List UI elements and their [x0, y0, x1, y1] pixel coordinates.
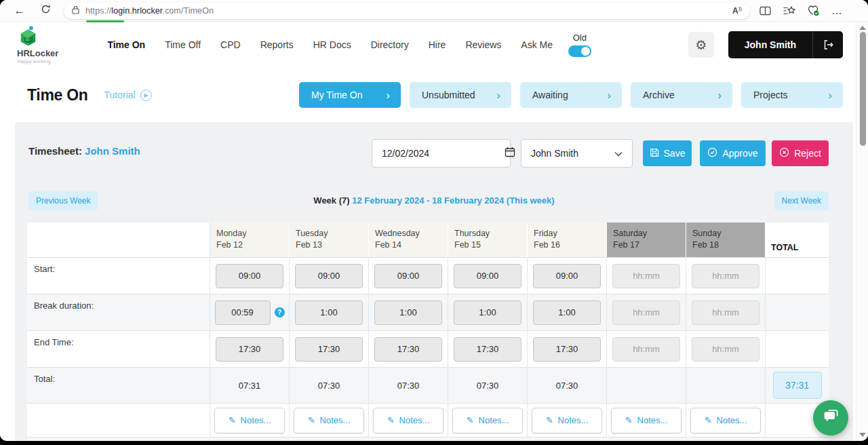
start-input-thursday[interactable] [454, 264, 521, 288]
start-input-tuesday[interactable] [295, 264, 363, 288]
day-header-wednesday: WednesdayFeb 14 [369, 222, 448, 257]
browser-back-icon[interactable]: ← [12, 4, 27, 18]
cell-break-tuesday [290, 294, 369, 330]
cell-total-friday: 07:30 [528, 368, 607, 403]
day-date: Feb 12 [216, 239, 243, 251]
scrollbar-down-arrow[interactable] [859, 433, 866, 437]
logo-cube-icon [17, 26, 39, 47]
scrollbar-thumb[interactable] [860, 32, 866, 146]
nav-item-hr-docs[interactable]: HR Docs [313, 39, 351, 50]
tab-unsubmitted[interactable]: Unsubmitted› [410, 82, 511, 108]
start-input-sunday[interactable] [692, 264, 760, 288]
nav-item-time-on[interactable]: Time On [107, 39, 145, 50]
nav-item-directory[interactable]: Directory [371, 39, 409, 50]
notes-button-tuesday[interactable]: ✎Notes... [294, 408, 364, 433]
nav-item-time-off[interactable]: Time Off [165, 39, 201, 50]
start-input-wednesday[interactable] [374, 264, 442, 288]
user-menu-button[interactable]: John Smith [728, 31, 843, 58]
pencil-icon: ✎ [705, 415, 712, 425]
date-picker[interactable] [372, 139, 511, 168]
table-header-row: MondayFeb 12TuesdayFeb 13WednesdayFeb 14… [27, 222, 829, 258]
settings-button[interactable]: ⚙ [688, 32, 714, 58]
break-input-thursday[interactable] [454, 301, 521, 325]
old-toggle-group: Old [568, 33, 591, 57]
tab-archive[interactable]: Archive› [631, 82, 732, 108]
break-input-friday[interactable] [533, 301, 601, 325]
notes-button-wednesday[interactable]: ✎Notes... [373, 408, 443, 433]
notes-button-sunday[interactable]: ✎Notes... [690, 408, 761, 433]
more-menu-icon[interactable]: … [831, 5, 846, 17]
total-header-cell: TOTAL [766, 222, 829, 257]
break-input-sunday[interactable] [692, 301, 760, 325]
total-value-friday: 07:30 [556, 381, 578, 391]
cell-break-wednesday [369, 294, 448, 330]
end-input-monday[interactable] [216, 337, 283, 362]
save-button[interactable]: Save [643, 140, 692, 166]
read-aloud-icon[interactable]: A)) [732, 5, 742, 16]
logout-icon[interactable] [813, 31, 843, 58]
break-input-monday[interactable] [215, 301, 271, 325]
start-input-monday[interactable] [216, 264, 283, 288]
end-input-saturday[interactable] [612, 337, 680, 362]
cell-total-sunday [686, 368, 766, 403]
nav-item-cpd[interactable]: CPD [220, 39, 241, 50]
end-input-thursday[interactable] [454, 337, 521, 362]
page-scrollbar[interactable] [856, 22, 868, 441]
total-value-tuesday: 07:30 [318, 381, 340, 391]
break-input-wednesday[interactable] [374, 301, 442, 325]
break-input-tuesday[interactable] [295, 301, 363, 325]
browser-refresh-icon[interactable] [38, 4, 53, 17]
reject-button[interactable]: Reject [772, 140, 829, 166]
help-icon[interactable]: ? [275, 307, 285, 317]
favorites-icon[interactable] [783, 5, 795, 16]
nav-item-reviews[interactable]: Reviews [465, 39, 501, 50]
pencil-icon: ✎ [467, 415, 474, 425]
x-circle-icon [779, 147, 789, 159]
notes-button-thursday[interactable]: ✎Notes... [452, 408, 523, 433]
total-cell-end [766, 331, 829, 367]
day-header-saturday: SaturdayFeb 17 [607, 222, 686, 257]
nav-item-ask-me[interactable]: Ask Me [521, 39, 553, 50]
nav-item-reports[interactable]: Reports [260, 39, 294, 50]
cell-end-wednesday [369, 331, 448, 367]
chevron-down-icon [614, 147, 623, 159]
end-input-tuesday[interactable] [295, 337, 363, 362]
tutorial-link[interactable]: Tutorial ▶ [104, 90, 152, 101]
old-toggle-switch[interactable] [568, 45, 591, 57]
tab-projects[interactable]: Projects› [741, 82, 843, 108]
calendar-icon [505, 147, 515, 160]
lock-icon [72, 5, 79, 17]
notes-button-saturday[interactable]: ✎Notes... [611, 408, 682, 433]
next-week-button[interactable]: Next Week [774, 191, 829, 210]
gear-icon: ⚙ [695, 37, 707, 53]
hrlocker-logo[interactable]: HRLocker Happy working. [17, 26, 58, 64]
day-header-thursday: ThursdayFeb 15 [448, 222, 528, 257]
break-input-saturday[interactable] [612, 301, 680, 325]
end-input-wednesday[interactable] [374, 337, 442, 362]
employee-select[interactable]: John Smith [521, 139, 633, 168]
nav-item-hire[interactable]: Hire [429, 39, 446, 50]
end-input-sunday[interactable] [692, 337, 760, 362]
tab-my-time-on[interactable]: My Time On› [299, 82, 401, 108]
date-input[interactable] [382, 148, 505, 159]
end-input-friday[interactable] [533, 337, 601, 362]
chat-widget-button[interactable] [813, 400, 848, 436]
table-corner-cell [27, 222, 210, 257]
approve-button[interactable]: Approve [700, 140, 766, 166]
browser-essentials-icon[interactable] [807, 5, 820, 16]
notes-label: Notes... [637, 415, 668, 425]
start-input-saturday[interactable] [612, 264, 680, 288]
cell-start-sunday [686, 258, 766, 294]
row-total: Total:07:3107:3007:3007:3007:3037:31 [27, 368, 829, 404]
scrollbar-up-arrow[interactable] [859, 26, 866, 30]
page-title: Time On [27, 86, 88, 104]
notes-button-friday[interactable]: ✎Notes... [532, 408, 602, 433]
notes-button-monday[interactable]: ✎Notes... [214, 408, 285, 433]
employee-select-value: John Smith [531, 148, 614, 159]
tab-awaiting[interactable]: Awaiting› [520, 82, 622, 108]
split-screen-icon[interactable] [760, 6, 771, 16]
address-bar[interactable]: https://login.hrlocker.com/TimeOn A)) [64, 3, 750, 19]
start-input-friday[interactable] [533, 264, 601, 288]
cell-end-monday [210, 331, 290, 367]
notes-label: Notes... [558, 415, 589, 425]
